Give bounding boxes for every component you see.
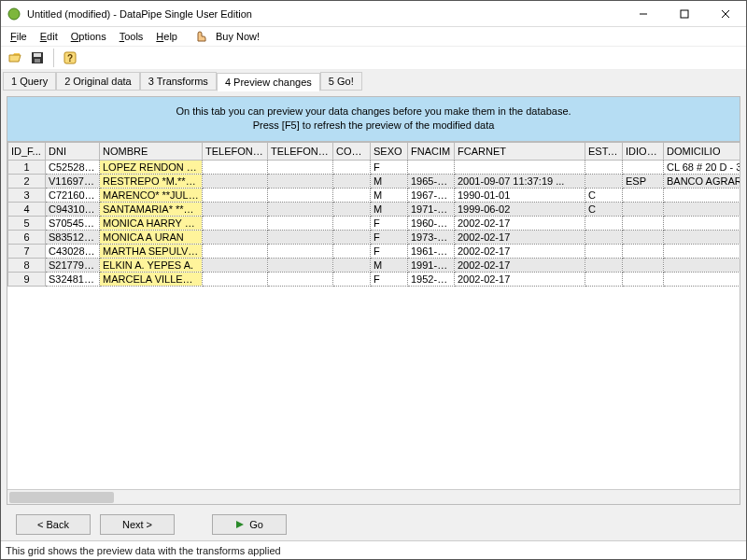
scroll-thumb[interactable] bbox=[9, 492, 114, 503]
cell[interactable]: 5 bbox=[8, 216, 46, 230]
maximize-button[interactable] bbox=[664, 1, 705, 27]
cell[interactable] bbox=[585, 230, 623, 244]
cell[interactable]: 1967-1... bbox=[408, 188, 455, 202]
cell[interactable]: 6 bbox=[8, 230, 46, 244]
cell[interactable]: 2 bbox=[8, 174, 46, 188]
cell[interactable] bbox=[455, 160, 585, 174]
cell[interactable] bbox=[203, 202, 268, 216]
col-sexo[interactable]: SEXO bbox=[371, 142, 408, 160]
cell[interactable]: 1990-01-01 bbox=[455, 188, 585, 202]
cell[interactable]: C72160103 bbox=[46, 188, 100, 202]
cell[interactable] bbox=[623, 160, 664, 174]
cell[interactable]: MARENCO* **JULIO bbox=[100, 188, 203, 202]
cell[interactable] bbox=[623, 258, 664, 272]
cell[interactable]: C bbox=[585, 188, 623, 202]
cell[interactable]: 9 bbox=[8, 272, 46, 286]
cell[interactable] bbox=[664, 258, 740, 272]
open-button[interactable] bbox=[5, 48, 25, 68]
tab-go[interactable]: 5 Go! bbox=[320, 72, 362, 91]
cell[interactable] bbox=[333, 244, 371, 258]
cell[interactable] bbox=[268, 258, 333, 272]
cell[interactable]: 1971-0... bbox=[408, 202, 455, 216]
cell[interactable]: CL 68 # 20 D - 31 ... bbox=[664, 160, 740, 174]
cell[interactable] bbox=[203, 244, 268, 258]
cell[interactable] bbox=[268, 244, 333, 258]
menu-options[interactable]: Options bbox=[65, 29, 112, 44]
cell[interactable]: 7 bbox=[8, 244, 46, 258]
col-nombre[interactable]: NOMBRE bbox=[100, 142, 203, 160]
cell[interactable] bbox=[623, 272, 664, 286]
col-id[interactable]: ID_F... bbox=[8, 142, 46, 160]
cell[interactable] bbox=[585, 174, 623, 188]
menu-tools[interactable]: Tools bbox=[114, 29, 149, 44]
help-button[interactable]: ? bbox=[60, 48, 80, 68]
col-tel1[interactable]: TELEFONOP... bbox=[203, 142, 268, 160]
col-tel2[interactable]: TELEFONOT... bbox=[268, 142, 333, 160]
tab-query[interactable]: 1 Query bbox=[3, 72, 56, 91]
cell[interactable] bbox=[585, 216, 623, 230]
table-row[interactable]: 6S835120...MONICA A URANF1973-0...2002-0… bbox=[8, 230, 740, 244]
cell[interactable] bbox=[203, 216, 268, 230]
cell[interactable]: F bbox=[371, 272, 408, 286]
cell[interactable] bbox=[203, 174, 268, 188]
cell[interactable]: 2002-02-17 bbox=[455, 230, 585, 244]
cell[interactable]: 1952-0... bbox=[408, 272, 455, 286]
cell[interactable]: C43028837 bbox=[46, 244, 100, 258]
cell[interactable] bbox=[333, 216, 371, 230]
cell[interactable]: RESTREPO *M.**ADIEL bbox=[100, 174, 203, 188]
cell[interactable]: 1965-0... bbox=[408, 174, 455, 188]
table-row[interactable]: 7C43028837MARTHA SEPULVEDAF1961-1...2002… bbox=[8, 244, 740, 258]
cell[interactable]: C52528144 bbox=[46, 160, 100, 174]
cell[interactable] bbox=[268, 216, 333, 230]
cell[interactable] bbox=[585, 272, 623, 286]
cell[interactable] bbox=[333, 272, 371, 286]
table-row[interactable]: 2V116976...RESTREPO *M.**ADIELM1965-0...… bbox=[8, 174, 740, 188]
cell[interactable]: 1961-1... bbox=[408, 244, 455, 258]
cell[interactable]: F bbox=[371, 244, 408, 258]
cell[interactable] bbox=[268, 174, 333, 188]
cell[interactable]: MONICA HARRY JARAM... bbox=[100, 216, 203, 230]
cell[interactable] bbox=[664, 202, 740, 216]
cell[interactable]: S324817... bbox=[46, 272, 100, 286]
cell[interactable]: S705453... bbox=[46, 216, 100, 230]
cell[interactable] bbox=[333, 188, 371, 202]
go-button[interactable]: Go bbox=[212, 514, 287, 535]
cell[interactable]: F bbox=[371, 230, 408, 244]
close-button[interactable] bbox=[705, 1, 746, 27]
table-row[interactable]: 4C94310204SANTAMARIA* **NICA...M1971-0..… bbox=[8, 202, 740, 216]
cell[interactable] bbox=[203, 258, 268, 272]
cell[interactable]: M bbox=[371, 258, 408, 272]
cell[interactable] bbox=[268, 272, 333, 286]
cell[interactable]: 2002-02-17 bbox=[455, 258, 585, 272]
cell[interactable] bbox=[623, 202, 664, 216]
menu-edit[interactable]: Edit bbox=[35, 29, 63, 44]
cell[interactable] bbox=[203, 230, 268, 244]
table-row[interactable]: 8S217794...ELKIN A. YEPES A.M1991-0...20… bbox=[8, 258, 740, 272]
cell[interactable]: 3 bbox=[8, 188, 46, 202]
cell[interactable]: V116976... bbox=[46, 174, 100, 188]
cell[interactable]: S217794... bbox=[46, 258, 100, 272]
table-row[interactable]: 1C52528144LOPEZ RENDON NANCY ...FCL 68 #… bbox=[8, 160, 740, 174]
cell[interactable] bbox=[585, 258, 623, 272]
cell[interactable]: 4 bbox=[8, 202, 46, 216]
cell[interactable] bbox=[664, 216, 740, 230]
menu-buy-now[interactable]: Buy Now! bbox=[189, 27, 271, 46]
cell[interactable]: C94310204 bbox=[46, 202, 100, 216]
cell[interactable]: 2002-02-17 bbox=[455, 216, 585, 230]
cell[interactable] bbox=[623, 244, 664, 258]
col-fnac[interactable]: FNACIM bbox=[408, 142, 455, 160]
cell[interactable] bbox=[585, 160, 623, 174]
cell[interactable]: F bbox=[371, 216, 408, 230]
cell[interactable] bbox=[203, 188, 268, 202]
cell[interactable] bbox=[408, 160, 455, 174]
menu-help[interactable]: Help bbox=[150, 29, 183, 44]
table-row[interactable]: 5S705453...MONICA HARRY JARAM...F1960-0.… bbox=[8, 216, 740, 230]
col-idioma[interactable]: IDIOMA bbox=[623, 142, 664, 160]
cell[interactable] bbox=[268, 160, 333, 174]
save-button[interactable] bbox=[27, 48, 48, 68]
menu-file[interactable]: File bbox=[5, 29, 33, 44]
table-row[interactable]: 3C72160103MARENCO* **JULIOM1967-1...1990… bbox=[8, 188, 740, 202]
tab-transforms[interactable]: 3 Transforms bbox=[140, 72, 217, 91]
tab-preview-changes[interactable]: 4 Preview changes bbox=[217, 73, 320, 91]
cell[interactable] bbox=[203, 160, 268, 174]
